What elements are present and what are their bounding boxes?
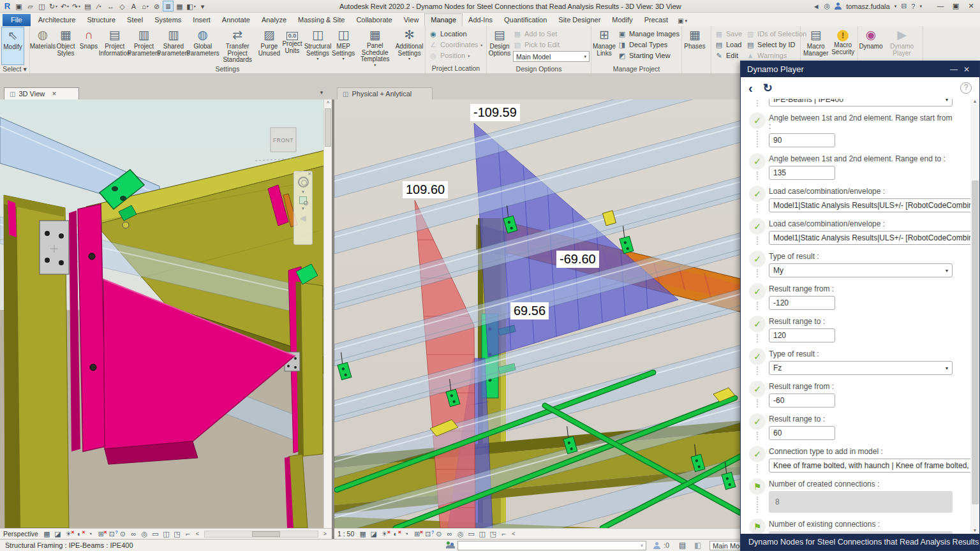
scroll-right-icon[interactable]: > — [323, 531, 327, 537]
shadows-icon[interactable]: ◐ — [390, 529, 400, 539]
sun-path-icon[interactable]: ☀ — [64, 529, 73, 539]
measure-icon[interactable]: ∕▾ — [94, 1, 105, 11]
pan-icon[interactable]: ◄ — [299, 213, 308, 223]
dynamo-help-icon[interactable]: ? — [960, 82, 972, 94]
search-icon[interactable]: ◎ — [824, 2, 831, 10]
redo-dropdown-icon[interactable]: ▾ — [78, 1, 80, 11]
tab-architecture[interactable]: Architecture — [33, 14, 82, 26]
project-information-button[interactable]: ▤Project Information — [100, 27, 129, 65]
location-button[interactable]: ◉Location — [429, 29, 482, 39]
result-range-from-1-input[interactable]: -120 — [769, 296, 835, 310]
visual-style-icon[interactable]: ◪ — [369, 529, 378, 539]
temporary-view-properties-icon[interactable]: ▭ — [151, 529, 160, 539]
undo-dropdown-icon[interactable]: ▾ — [67, 1, 69, 11]
text-note-icon[interactable]: A — [128, 1, 139, 11]
tab-precast[interactable]: Precast — [639, 14, 674, 26]
default-3d-view-dropdown-icon[interactable]: ▾ — [147, 1, 149, 11]
macro-manager-button[interactable]: ▤Macro Manager — [802, 27, 829, 65]
minimize-button[interactable]: — — [933, 2, 948, 10]
crop-view-icon[interactable]: ⊞ — [96, 529, 106, 539]
structural-settings-button[interactable]: ◫Structural Settings▾ — [304, 27, 332, 65]
scroll-left-icon[interactable]: < — [512, 531, 515, 537]
edit-selection-button[interactable]: ✎Edit — [715, 50, 742, 61]
show-crop-region-icon[interactable]: ⊡ — [107, 529, 117, 539]
load-case-2-select[interactable]: Model1|Static Analysis Results|ULS+/- [R… — [769, 231, 979, 245]
show-crop-region-icon[interactable]: ⊡ — [423, 529, 433, 539]
close-view-icon[interactable]: ✕ — [52, 91, 57, 97]
framing-type-select[interactable]: IPE-Beams | IPE400▾ — [769, 99, 953, 107]
reveal-hidden-elements-icon[interactable]: ◎ — [456, 529, 465, 539]
object-styles-button[interactable]: ▦Object Styles — [54, 27, 77, 65]
tag-by-category-icon[interactable]: ◇ — [117, 1, 128, 11]
save-icon[interactable]: ◫ — [36, 1, 47, 11]
temporary-hide-isolate-icon[interactable]: ∞ — [445, 529, 454, 539]
user-menu-chevron-icon[interactable]: ▾ — [895, 4, 897, 9]
reveal-hidden-elements-icon[interactable]: ◎ — [140, 529, 149, 539]
viewcube-front-face[interactable]: FRONT — [273, 137, 293, 143]
tab-quantification[interactable]: Quantification — [498, 14, 553, 26]
worksharing-display-icon[interactable]: ◫ — [161, 529, 171, 539]
customize-qat-icon[interactable]: ▾ — [197, 1, 208, 11]
result-range-to-2-input[interactable]: 60 — [769, 426, 835, 440]
help-icon[interactable]: ? — [911, 3, 915, 10]
help-menu-chevron-icon[interactable]: ▾ — [919, 4, 922, 9]
load-selection-button[interactable]: ▤Load — [715, 40, 742, 50]
constraints-icon[interactable]: ⌐ — [499, 529, 509, 539]
load-case-1-select[interactable]: Model1|Static Analysis Results|ULS+/- [R… — [769, 198, 979, 212]
warnings-button[interactable]: ▲Warnings — [746, 50, 806, 61]
tab-annotate[interactable]: Annotate — [216, 14, 256, 26]
displaced-elements-icon[interactable]: ◳ — [172, 529, 182, 539]
tab-structure[interactable]: Structure — [81, 14, 121, 26]
panel-schedule-templates-button[interactable]: ▦Panel Schedule Templates▾ — [355, 27, 395, 65]
angle-range-end-input[interactable]: 135 — [769, 166, 835, 180]
close-button[interactable]: ✕ — [963, 2, 979, 10]
navbar-chevron-icon[interactable]: ▼ — [301, 207, 305, 210]
sync-with-central-icon[interactable]: ↻▾ — [48, 1, 59, 11]
result-type-2-select[interactable]: Fz▾ — [769, 361, 953, 375]
restore-button[interactable]: ▣ — [948, 2, 963, 10]
dynamo-scrollbar[interactable]: ▲ ▼ — [970, 99, 979, 534]
close-inactive-views-icon[interactable]: ▦ — [174, 1, 185, 11]
tab-steel[interactable]: Steel — [121, 14, 149, 26]
coordinates-button[interactable]: ∠Coordinates▾ — [429, 40, 482, 50]
tab-manage[interactable]: Manage — [424, 13, 463, 26]
navbar-close-icon[interactable]: ✕ — [308, 172, 311, 177]
active-workset-select[interactable]: ˅ — [457, 541, 646, 550]
worksharing-display-icon[interactable]: ◫ — [477, 529, 487, 539]
ribbon-display-toggle[interactable]: ▣▾ — [678, 17, 687, 26]
decal-types-button[interactable]: ◨Decal Types — [618, 40, 679, 50]
save-selection-button[interactable]: ▦Save — [715, 29, 742, 39]
scrollbar-thumb[interactable] — [252, 531, 280, 537]
view-tab-3d-view[interactable]: ◫ 3D View ✕ — [4, 87, 79, 99]
add-to-set-button[interactable]: ▦Add to Set — [513, 29, 590, 39]
modify-cursor-button[interactable]: ⇖Modify — [1, 27, 24, 65]
tab-view[interactable]: View — [398, 14, 425, 26]
scroll-left-icon[interactable]: < — [196, 531, 199, 537]
steering-wheel-icon[interactable] — [298, 177, 309, 187]
snaps-button[interactable]: ∩Snaps — [77, 27, 100, 65]
editable-only-icon[interactable] — [653, 542, 660, 549]
switch-windows-icon[interactable]: ◧▾ — [186, 1, 197, 11]
mep-settings-button[interactable]: ◫MEP Settings▾ — [332, 27, 355, 65]
design-option-select[interactable]: Main Model▾ — [513, 51, 590, 62]
displaced-elements-icon[interactable]: ◳ — [488, 529, 498, 539]
ribbon-panel-label-select[interactable]: Select ▾ — [0, 65, 29, 73]
unlocked-view-icon[interactable]: ⊙ — [118, 529, 128, 539]
aligned-dimension-icon[interactable]: ↔ — [105, 1, 116, 11]
position-button[interactable]: ◎Position▾ — [429, 50, 482, 61]
left-3d-canvas[interactable]: FRONT — [0, 99, 324, 528]
editable-only-filter-icon[interactable]: ▤ — [679, 541, 686, 550]
undo-icon[interactable]: ↶▾ — [59, 1, 70, 11]
result-range-from-2-input[interactable]: -60 — [769, 393, 835, 408]
materials-button[interactable]: ◍Materials — [31, 27, 54, 65]
dynamo-player-title-bar[interactable]: Dynamo Player — ✕ — [741, 61, 979, 77]
tab-analyze[interactable]: Analyze — [256, 14, 292, 26]
app-store-cart-icon[interactable]: ⊟ — [901, 2, 907, 10]
result-type-1-select[interactable]: My▾ — [769, 263, 953, 277]
select-by-id-button[interactable]: ▤Select by ID — [746, 40, 806, 50]
temporary-hide-isolate-icon[interactable]: ∞ — [129, 529, 138, 539]
switch-windows-dropdown-icon[interactable]: ▾ — [194, 1, 196, 11]
tab-modify[interactable]: Modify — [606, 14, 638, 26]
view-tab-overflow-icon[interactable]: ▼ — [319, 90, 324, 96]
starting-view-button[interactable]: ◩Starting View — [618, 50, 679, 61]
